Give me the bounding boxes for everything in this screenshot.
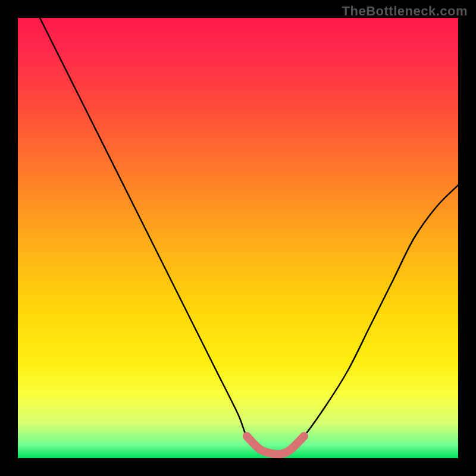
- watermark-text: TheBottleneck.com: [342, 4, 468, 19]
- plot-area: [18, 18, 458, 458]
- optimal-range-marker: [247, 436, 304, 455]
- chart-container: TheBottleneck.com: [0, 0, 476, 476]
- curve-svg: [18, 18, 458, 458]
- bottleneck-curve: [40, 18, 458, 455]
